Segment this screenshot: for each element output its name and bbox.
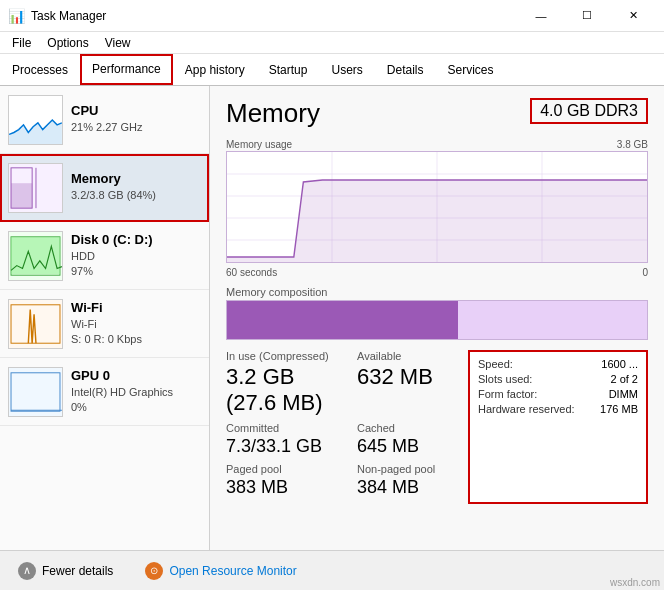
- form-label: Form factor:: [478, 388, 578, 400]
- form-value: DIMM: [609, 388, 638, 400]
- memory-usage-chart: [226, 151, 648, 263]
- info-form: Form factor: DIMM: [478, 388, 638, 400]
- gpu-name: GPU 0: [71, 368, 201, 383]
- close-button[interactable]: ✕: [610, 0, 656, 32]
- stats-row-1: In use (Compressed) 3.2 GB (27.6 MB) Ava…: [226, 350, 468, 416]
- hwres-label: Hardware reserved:: [478, 403, 578, 415]
- open-monitor-label: Open Resource Monitor: [169, 564, 296, 578]
- memory-usage-svg: [227, 152, 647, 262]
- sidebar-item-disk[interactable]: Disk 0 (C: D:) HDD97%: [0, 222, 209, 290]
- stat-available: Available 632 MB: [357, 350, 468, 416]
- stats-row-2: Committed 7.3/33.1 GB Cached 645 MB: [226, 422, 468, 457]
- chart-header: Memory usage 3.8 GB: [226, 139, 648, 150]
- tab-performance[interactable]: Performance: [80, 54, 173, 85]
- info-hwres: Hardware reserved: 176 MB: [478, 403, 638, 415]
- gpu-info: GPU 0 Intel(R) HD Graphics0%: [71, 368, 201, 416]
- speed-value: 1600 ...: [601, 358, 638, 370]
- tab-bar: Processes Performance App history Startu…: [0, 54, 664, 86]
- info-panel: Speed: 1600 ... Slots used: 2 of 2 Form …: [468, 350, 648, 504]
- svg-rect-1: [11, 183, 32, 208]
- hwres-value: 176 MB: [600, 403, 638, 415]
- svg-rect-4: [11, 236, 60, 273]
- svg-marker-14: [227, 180, 647, 262]
- paged-value: 383 MB: [226, 477, 337, 498]
- bottom-bar: ∧ Fewer details ⊙ Open Resource Monitor: [0, 550, 664, 590]
- time-end: 0: [642, 267, 648, 278]
- sidebar: CPU 21% 2.27 GHz Memory 3.2/3.8 GB (84%): [0, 86, 210, 550]
- tab-startup[interactable]: Startup: [257, 54, 320, 85]
- wifi-name: Wi-Fi: [71, 300, 201, 315]
- sidebar-item-memory[interactable]: Memory 3.2/3.8 GB (84%): [0, 154, 209, 222]
- memory-thumbnail: [8, 163, 63, 213]
- stat-nonpaged: Non-paged pool 384 MB: [357, 463, 468, 498]
- usage-label: Memory usage: [226, 139, 292, 150]
- menu-options[interactable]: Options: [39, 34, 96, 52]
- main-content: CPU 21% 2.27 GHz Memory 3.2/3.8 GB (84%): [0, 86, 664, 550]
- disk-sub: HDD97%: [71, 249, 201, 280]
- watermark: wsxdn.com: [610, 577, 660, 588]
- monitor-icon: ⊙: [145, 562, 163, 580]
- composition-label: Memory composition: [226, 286, 648, 298]
- menu-view[interactable]: View: [97, 34, 139, 52]
- nonpaged-value: 384 MB: [357, 477, 468, 498]
- open-monitor-link[interactable]: ⊙ Open Resource Monitor: [139, 558, 302, 584]
- disk-info: Disk 0 (C: D:) HDD97%: [71, 232, 201, 280]
- cpu-sub: 21% 2.27 GHz: [71, 120, 201, 135]
- cached-label: Cached: [357, 422, 468, 434]
- in-use-value: 3.2 GB (27.6 MB): [226, 364, 337, 416]
- committed-label: Committed: [226, 422, 337, 434]
- svg-rect-6: [11, 372, 60, 410]
- menu-file[interactable]: File: [4, 34, 39, 52]
- chart-footer: 60 seconds 0: [226, 267, 648, 278]
- committed-value: 7.3/33.1 GB: [226, 436, 337, 457]
- stats-left: In use (Compressed) 3.2 GB (27.6 MB) Ava…: [226, 350, 468, 504]
- wifi-sub: Wi-FiS: 0 R: 0 Kbps: [71, 317, 201, 348]
- cached-value: 645 MB: [357, 436, 468, 457]
- gpu-sub: Intel(R) HD Graphics0%: [71, 385, 201, 416]
- info-slots: Slots used: 2 of 2: [478, 373, 638, 385]
- tab-processes[interactable]: Processes: [0, 54, 80, 85]
- tab-services[interactable]: Services: [436, 54, 506, 85]
- title-bar-left: 📊 Task Manager: [8, 8, 106, 24]
- menu-bar: File Options View: [0, 32, 664, 54]
- maximize-button[interactable]: ☐: [564, 0, 610, 32]
- stat-committed: Committed 7.3/33.1 GB: [226, 422, 337, 457]
- stat-paged: Paged pool 383 MB: [226, 463, 337, 498]
- sidebar-item-wifi[interactable]: Wi-Fi Wi-FiS: 0 R: 0 Kbps: [0, 290, 209, 358]
- cpu-thumbnail: [8, 95, 63, 145]
- memory-info: Memory 3.2/3.8 GB (84%): [71, 171, 201, 203]
- composition-chart: [226, 300, 648, 340]
- stat-cached: Cached 645 MB: [357, 422, 468, 457]
- stats-section: In use (Compressed) 3.2 GB (27.6 MB) Ava…: [226, 350, 648, 504]
- app-icon: 📊: [8, 8, 25, 24]
- stats-row-3: Paged pool 383 MB Non-paged pool 384 MB: [226, 463, 468, 498]
- title-bar: 📊 Task Manager — ☐ ✕: [0, 0, 664, 32]
- slots-label: Slots used:: [478, 373, 578, 385]
- minimize-button[interactable]: —: [518, 0, 564, 32]
- disk-chart-svg: [9, 232, 62, 280]
- wifi-thumbnail: [8, 299, 63, 349]
- wifi-chart-svg: [9, 300, 62, 348]
- sidebar-item-gpu[interactable]: GPU 0 Intel(R) HD Graphics0%: [0, 358, 209, 426]
- available-value: 632 MB: [357, 364, 468, 390]
- cpu-info: CPU 21% 2.27 GHz: [71, 103, 201, 135]
- available-label: Available: [357, 350, 468, 362]
- memory-chart-svg: [9, 164, 62, 212]
- paged-label: Paged pool: [226, 463, 337, 475]
- fewer-details-label: Fewer details: [42, 564, 113, 578]
- in-use-label: In use (Compressed): [226, 350, 337, 362]
- memory-name: Memory: [71, 171, 201, 186]
- gpu-chart-svg: [9, 368, 62, 416]
- sidebar-item-cpu[interactable]: CPU 21% 2.27 GHz: [0, 86, 209, 154]
- fewer-details-button[interactable]: ∧ Fewer details: [12, 558, 119, 584]
- tab-apphistory[interactable]: App history: [173, 54, 257, 85]
- right-panel: Memory 4.0 GB DDR3 Memory usage 3.8 GB: [210, 86, 664, 550]
- tab-details[interactable]: Details: [375, 54, 436, 85]
- wifi-info: Wi-Fi Wi-FiS: 0 R: 0 Kbps: [71, 300, 201, 348]
- info-speed: Speed: 1600 ...: [478, 358, 638, 370]
- tab-users[interactable]: Users: [319, 54, 374, 85]
- cpu-name: CPU: [71, 103, 201, 118]
- panel-title: Memory: [226, 98, 320, 129]
- stat-in-use: In use (Compressed) 3.2 GB (27.6 MB): [226, 350, 337, 416]
- cpu-chart-svg: [9, 96, 62, 144]
